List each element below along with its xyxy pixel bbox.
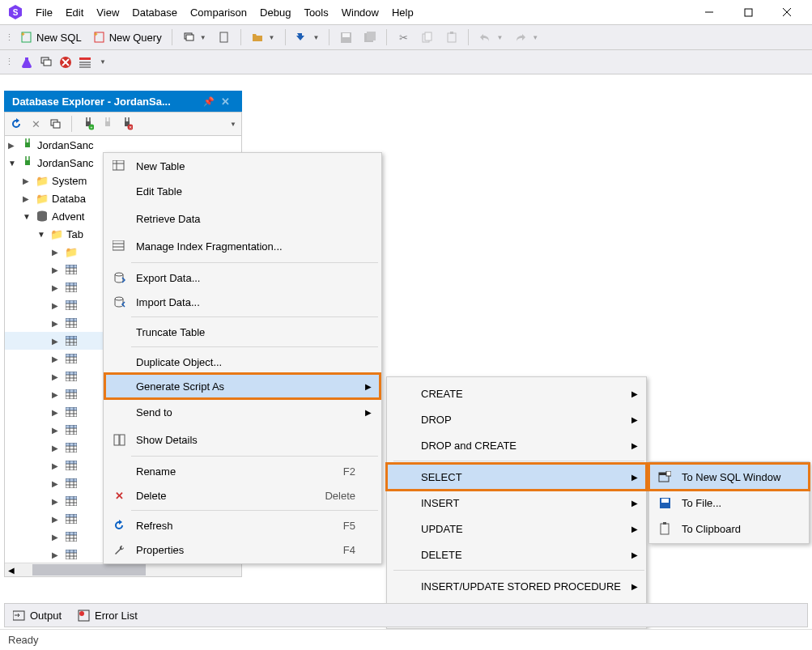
undo-button[interactable]: ▼ bbox=[474, 28, 508, 46]
panel-close-icon[interactable]: ✕ bbox=[221, 96, 234, 108]
sub-drop-create[interactable]: DROP and CREATE▶ bbox=[387, 432, 646, 458]
ctx-edit-table[interactable]: Edit Table bbox=[105, 177, 380, 205]
redo-button[interactable]: ▼ bbox=[509, 28, 543, 46]
menu-debug[interactable]: Debug bbox=[255, 3, 295, 22]
menu-view[interactable]: View bbox=[91, 3, 124, 22]
ctx-delete[interactable]: ✕DeleteDelete bbox=[105, 483, 380, 508]
ctx-truncate[interactable]: Truncate Table bbox=[105, 320, 380, 344]
svg-rect-37 bbox=[105, 121, 110, 126]
ctx-properties[interactable]: PropertiesF4 bbox=[105, 537, 380, 562]
table-add-icon bbox=[108, 156, 130, 176]
svg-rect-123 bbox=[66, 461, 77, 464]
sub-select[interactable]: SELECT▶ bbox=[387, 464, 646, 490]
plug-red-icon[interactable]: ✕ bbox=[121, 117, 134, 130]
menu-tools[interactable]: Tools bbox=[299, 3, 333, 22]
plug-dropdown[interactable]: ▼ bbox=[230, 121, 236, 128]
menu-window[interactable]: Window bbox=[337, 3, 384, 22]
svg-rect-48 bbox=[25, 160, 30, 165]
ctx-show-details[interactable]: Show Details bbox=[105, 426, 380, 453]
paste-button[interactable] bbox=[440, 28, 463, 46]
delete-x-icon: ✕ bbox=[108, 486, 130, 505]
ctx-retrieve-data[interactable]: Retrieve Data bbox=[105, 205, 380, 232]
menu-database[interactable]: Database bbox=[127, 3, 182, 22]
to-new-sql-window[interactable]: To New SQL Window bbox=[649, 464, 809, 490]
cut-button[interactable]: ✂ bbox=[392, 28, 415, 46]
submenu-arrow-icon: ▶ bbox=[631, 525, 638, 533]
to-clipboard[interactable]: To Clipboard bbox=[649, 516, 809, 542]
save-all-icon bbox=[363, 31, 376, 44]
sub-drop[interactable]: DROP▶ bbox=[387, 406, 646, 432]
refresh-icon[interactable] bbox=[10, 117, 23, 130]
ctx-new-table[interactable]: New Table bbox=[105, 155, 380, 177]
list-lines-dropdown[interactable]: ▼ bbox=[100, 58, 106, 66]
menu-help[interactable]: Help bbox=[387, 3, 419, 22]
table-icon bbox=[65, 370, 78, 383]
svg-rect-129 bbox=[66, 478, 77, 482]
menu-edit[interactable]: Edit bbox=[61, 3, 88, 22]
plug-icon[interactable] bbox=[101, 117, 114, 130]
new-sql-button[interactable]: ✦ New SQL bbox=[15, 28, 87, 46]
minimize-button[interactable] bbox=[697, 3, 721, 21]
save-icon bbox=[339, 31, 352, 44]
save-button[interactable] bbox=[334, 28, 357, 46]
svg-text:+: + bbox=[91, 125, 93, 130]
stop-icon[interactable] bbox=[59, 56, 72, 69]
sub-delete[interactable]: DELETE▶ bbox=[387, 542, 646, 567]
error-list-tab[interactable]: Error List bbox=[78, 610, 138, 622]
pin-icon[interactable]: 📌 bbox=[203, 96, 216, 107]
svg-rect-141 bbox=[66, 514, 77, 517]
to-file[interactable]: To File... bbox=[649, 490, 809, 516]
output-tab[interactable]: Output bbox=[13, 610, 62, 622]
doc-button[interactable] bbox=[213, 28, 236, 46]
run-button[interactable]: ▼ bbox=[291, 28, 325, 46]
panel-title-bar[interactable]: Database Explorer - JordanSa... 📌 ✕ bbox=[4, 91, 242, 112]
copy-button[interactable] bbox=[416, 28, 439, 46]
svg-rect-22 bbox=[44, 60, 51, 66]
ctx-import-data[interactable]: Import Data... bbox=[105, 290, 380, 314]
plug-green-icon[interactable]: + bbox=[82, 117, 95, 130]
close-button[interactable] bbox=[775, 3, 799, 21]
svg-rect-57 bbox=[66, 265, 77, 268]
submenu-arrow-icon: ▶ bbox=[631, 550, 638, 559]
windows-icon[interactable] bbox=[40, 56, 53, 69]
ctx-generate-script-as[interactable]: Generate Script As▶ bbox=[105, 374, 380, 398]
status-text: Ready bbox=[8, 634, 39, 646]
table-icon bbox=[65, 388, 78, 401]
table-icon bbox=[108, 236, 130, 256]
ctx-rename[interactable]: RenameF2 bbox=[105, 459, 380, 483]
ctx-refresh[interactable]: RefreshF5 bbox=[105, 513, 380, 537]
menu-file[interactable]: File bbox=[31, 3, 57, 22]
window-buttons bbox=[697, 3, 806, 21]
export-icon bbox=[108, 268, 130, 287]
ctx-manage-index[interactable]: Manage Index Fragmentation... bbox=[105, 232, 380, 260]
sub-ins-upd-sp[interactable]: INSERT/UPDATE STORED PROCEDURE▶ bbox=[387, 573, 646, 599]
secondary-toolbar: ⋮ ▼ bbox=[0, 50, 812, 74]
horizontal-scrollbar[interactable]: ◀ bbox=[5, 563, 241, 576]
menu-comparison[interactable]: Comparison bbox=[185, 3, 252, 22]
open-button[interactable]: ▼ bbox=[246, 28, 280, 46]
ctx-export-data[interactable]: Export Data... bbox=[105, 266, 380, 290]
maximize-button[interactable] bbox=[736, 3, 760, 21]
svg-rect-135 bbox=[66, 496, 77, 499]
folder-icon: 📁 bbox=[50, 227, 63, 240]
redo-icon bbox=[514, 31, 527, 44]
window-icon[interactable] bbox=[49, 117, 62, 130]
window-stack-button[interactable]: ▼ bbox=[177, 28, 211, 46]
ctx-send-to[interactable]: Send to▶ bbox=[105, 398, 380, 426]
panel-title-text: Database Explorer - JordanSa... bbox=[12, 96, 171, 108]
table-icon bbox=[65, 512, 78, 525]
sub-create[interactable]: CREATE▶ bbox=[387, 380, 646, 406]
bottom-panel-tabs: Output Error List bbox=[4, 603, 808, 627]
sub-insert[interactable]: INSERT▶ bbox=[387, 490, 646, 516]
new-query-button[interactable]: ✦ New Query bbox=[88, 28, 167, 46]
flask-icon[interactable] bbox=[20, 56, 33, 69]
ctx-duplicate[interactable]: Duplicate Object... bbox=[105, 350, 380, 374]
svg-rect-169 bbox=[120, 435, 125, 445]
sub-update[interactable]: UPDATE▶ bbox=[387, 516, 646, 542]
tree-server-1[interactable]: ▶JordanSanc bbox=[5, 136, 241, 154]
save-all-button[interactable] bbox=[359, 28, 381, 46]
list-lines-icon[interactable] bbox=[79, 56, 91, 69]
svg-rect-14 bbox=[342, 33, 350, 37]
table-icon bbox=[65, 263, 78, 276]
delete-x-icon[interactable]: ✕ bbox=[29, 117, 42, 130]
